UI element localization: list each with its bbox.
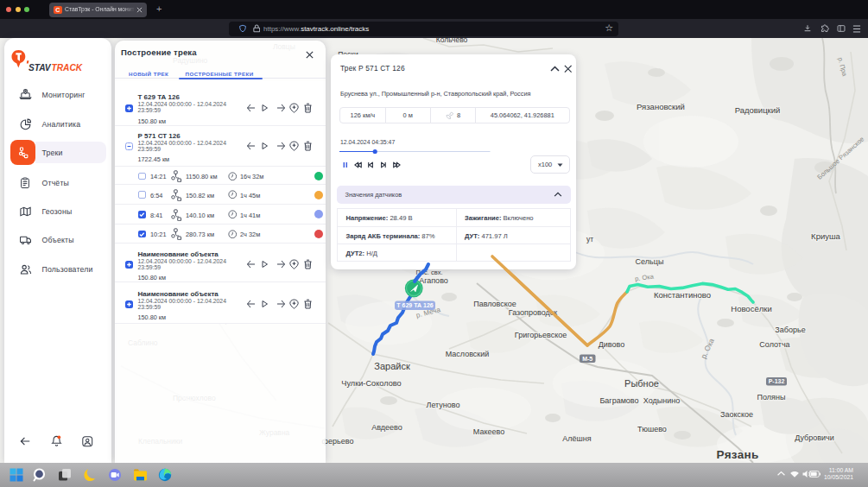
svg-text:Летуново: Летуново [427,401,460,409]
svg-text:Масловский: Масловский [446,350,490,358]
svg-text:Макеево: Макеево [473,427,504,436]
svg-text:Кольчево: Кольчево [436,38,468,44]
svg-text:Солотча: Солотча [759,340,789,349]
svg-text:Новосёлки: Новосёлки [731,304,771,313]
svg-text:Константиново: Константиново [654,290,711,300]
svg-text:ут: ут [586,235,593,244]
svg-text:Рязань: Рязань [717,448,759,461]
svg-text:М-5: М-5 [582,356,592,362]
svg-text:Дубровичи: Дубровичи [795,433,834,442]
svg-text:Григорьевское: Григорьевское [515,331,567,339]
svg-text:Радовицкий: Радовицкий [735,105,781,115]
svg-text:Зарайск: Зарайск [374,361,410,371]
svg-text:Сельцы: Сельцы [636,257,664,266]
svg-text:Т 629 ТА 126: Т 629 ТА 126 [396,302,433,308]
svg-text:Поляны: Поляны [757,393,786,402]
svg-text:Агапово: Агапово [419,276,448,285]
svg-text:Р-132: Р-132 [769,378,785,384]
svg-text:STAV: STAV [29,63,52,73]
svg-text:Рязановский: Рязановский [637,102,685,111]
svg-text:TRACK: TRACK [52,63,83,73]
svg-text:Павловское: Павловское [473,300,516,308]
svg-text:Газопроводск: Газопроводск [509,308,557,317]
svg-text:Чулки-Соколово: Чулки-Соколово [341,379,401,388]
svg-text:Авдеево: Авдеево [371,423,402,432]
svg-text:Ходынино: Ходынино [643,396,680,405]
svg-text:ферьево: ферьево [322,437,354,446]
svg-text:Криуша: Криуша [811,231,840,241]
svg-text:Заборье: Заборье [775,326,805,334]
svg-text:Заокское: Заокское [720,410,753,419]
svg-text:Алёшня: Алёшня [562,434,591,443]
svg-text:Баграмово: Баграмово [599,396,638,405]
svg-text:Рыбное: Рыбное [624,378,659,389]
svg-text:Тюшево: Тюшево [637,425,667,433]
svg-text:Дивово: Дивово [599,340,625,349]
